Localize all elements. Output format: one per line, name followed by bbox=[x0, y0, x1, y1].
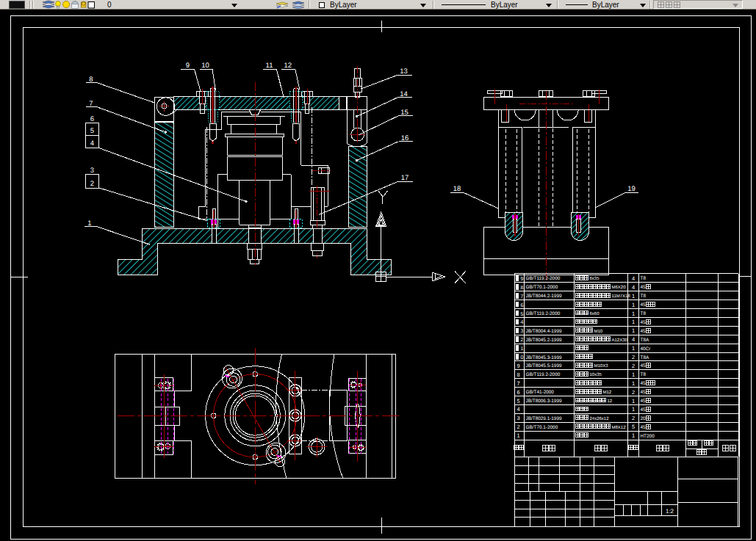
svg-text:45: 45 bbox=[641, 363, 647, 368]
svg-text:3: 3 bbox=[90, 167, 94, 175]
svg-text:JB/T8045.2-1999: JB/T8045.2-1999 bbox=[526, 338, 562, 343]
svg-text:7: 7 bbox=[516, 380, 519, 387]
svg-text:T8: T8 bbox=[641, 311, 647, 316]
svg-text:JB/T8045.5-1999: JB/T8045.5-1999 bbox=[526, 363, 562, 368]
svg-text:1: 1 bbox=[632, 345, 635, 352]
svg-text:3: 3 bbox=[516, 415, 519, 421]
svg-text:GB/T119.2-2000: GB/T119.2-2000 bbox=[526, 276, 561, 281]
svg-text:GB/T70.1-2000: GB/T70.1-2000 bbox=[526, 425, 558, 430]
svg-text:8: 8 bbox=[89, 76, 93, 84]
svg-text:20: 20 bbox=[641, 416, 647, 421]
svg-text:19: 19 bbox=[627, 185, 636, 193]
svg-text:4: 4 bbox=[90, 139, 94, 148]
svg-text:JB/T8029.1-1999: JB/T8029.1-1999 bbox=[526, 416, 562, 421]
svg-text:HT200: HT200 bbox=[641, 434, 655, 439]
svg-text:1: 1 bbox=[632, 319, 635, 325]
svg-text:1: 1 bbox=[632, 371, 635, 378]
svg-text:T8: T8 bbox=[641, 276, 647, 281]
svg-text:3: 3 bbox=[521, 329, 524, 334]
svg-text:4: 4 bbox=[632, 275, 635, 282]
svg-text:9: 9 bbox=[186, 62, 190, 70]
svg-text:5: 5 bbox=[90, 127, 94, 135]
svg-text:T8: T8 bbox=[641, 372, 647, 377]
svg-text:5: 5 bbox=[632, 424, 635, 430]
svg-text:2: 2 bbox=[632, 389, 635, 396]
svg-text:45: 45 bbox=[641, 302, 647, 308]
svg-text:12: 12 bbox=[284, 62, 292, 70]
svg-text:45: 45 bbox=[641, 320, 647, 325]
svg-text:4: 4 bbox=[632, 336, 635, 343]
svg-text:2: 2 bbox=[632, 354, 635, 360]
svg-text:1: 1 bbox=[632, 406, 635, 413]
svg-text:24x26x12: 24x26x12 bbox=[590, 416, 610, 421]
svg-text:T8A: T8A bbox=[641, 355, 649, 360]
svg-text:45: 45 bbox=[641, 329, 647, 334]
svg-text:15: 15 bbox=[400, 109, 408, 117]
svg-text:45: 45 bbox=[641, 399, 647, 404]
svg-text:8: 8 bbox=[521, 286, 524, 291]
svg-text:2: 2 bbox=[90, 180, 94, 188]
svg-text:GB/T119.2-2000: GB/T119.2-2000 bbox=[526, 311, 561, 316]
svg-text:4: 4 bbox=[632, 284, 635, 291]
svg-text:45: 45 bbox=[641, 285, 647, 290]
svg-text:6: 6 bbox=[90, 115, 94, 123]
svg-text:11: 11 bbox=[266, 62, 273, 70]
svg-text:7: 7 bbox=[521, 294, 524, 299]
svg-text:1: 1 bbox=[632, 432, 635, 439]
svg-text:8: 8 bbox=[516, 371, 519, 378]
svg-text:1: 1 bbox=[632, 380, 635, 387]
svg-text:6x60: 6x60 bbox=[590, 311, 600, 316]
svg-text:13: 13 bbox=[400, 68, 408, 76]
svg-text:T8: T8 bbox=[641, 294, 647, 299]
svg-text:5: 5 bbox=[521, 312, 524, 317]
svg-text:M6X20: M6X20 bbox=[612, 285, 627, 290]
svg-text:JB/T8044.2-1999: JB/T8044.2-1999 bbox=[526, 294, 562, 299]
svg-text:45: 45 bbox=[641, 407, 647, 413]
svg-text:16: 16 bbox=[401, 134, 409, 142]
svg-text:M12: M12 bbox=[603, 390, 612, 395]
svg-text:9: 9 bbox=[521, 277, 524, 282]
svg-text:1: 1 bbox=[632, 293, 635, 299]
svg-text:1: 1 bbox=[632, 398, 635, 404]
svg-text:12: 12 bbox=[608, 399, 613, 404]
svg-text:2: 2 bbox=[521, 338, 524, 343]
svg-text:45: 45 bbox=[641, 390, 647, 395]
svg-text:1: 1 bbox=[516, 432, 519, 439]
svg-text:18: 18 bbox=[453, 185, 461, 193]
svg-text:7: 7 bbox=[89, 100, 93, 108]
svg-text:6: 6 bbox=[516, 389, 519, 396]
svg-text:M10X3: M10X3 bbox=[594, 363, 609, 368]
svg-text:45: 45 bbox=[641, 381, 647, 386]
svg-text:M10: M10 bbox=[594, 329, 603, 334]
svg-text:17: 17 bbox=[401, 174, 409, 182]
svg-text:1: 1 bbox=[632, 311, 635, 317]
svg-text:GB/T41-2000: GB/T41-2000 bbox=[526, 390, 555, 395]
svg-text:2: 2 bbox=[632, 415, 635, 421]
svg-text:6x35: 6x35 bbox=[590, 276, 600, 281]
svg-text:5: 5 bbox=[516, 398, 519, 404]
svg-text:9: 9 bbox=[516, 363, 519, 369]
svg-text:11M7X18: 11M7X18 bbox=[612, 294, 631, 299]
svg-text:1: 1 bbox=[632, 327, 635, 334]
svg-text:2: 2 bbox=[632, 363, 635, 369]
svg-text:6: 6 bbox=[521, 303, 524, 308]
svg-text:10: 10 bbox=[201, 62, 209, 70]
svg-text:JB/T8006.3-1999: JB/T8006.3-1999 bbox=[526, 399, 562, 404]
svg-text:A12X30: A12X30 bbox=[612, 338, 628, 343]
svg-text:T8A: T8A bbox=[641, 338, 649, 343]
svg-text:45: 45 bbox=[641, 425, 647, 430]
svg-text:M8X12: M8X12 bbox=[612, 425, 627, 430]
svg-text:40Cr: 40Cr bbox=[641, 346, 652, 352]
svg-text:GB/T119.2-2000: GB/T119.2-2000 bbox=[526, 372, 561, 377]
svg-text:GB/T70.1-2000: GB/T70.1-2000 bbox=[526, 285, 558, 290]
svg-text:2: 2 bbox=[516, 424, 519, 430]
svg-text:1: 1 bbox=[632, 302, 635, 308]
svg-text:1: 1 bbox=[521, 346, 524, 352]
svg-text:4: 4 bbox=[516, 406, 519, 413]
svg-text:0: 0 bbox=[521, 355, 524, 360]
svg-text:1:2: 1:2 bbox=[666, 508, 674, 515]
svg-text:10x35: 10x35 bbox=[590, 372, 602, 377]
svg-text:JB/T8004.4-1999: JB/T8004.4-1999 bbox=[526, 329, 562, 334]
svg-text:4: 4 bbox=[521, 320, 524, 325]
svg-text:14: 14 bbox=[400, 90, 408, 98]
